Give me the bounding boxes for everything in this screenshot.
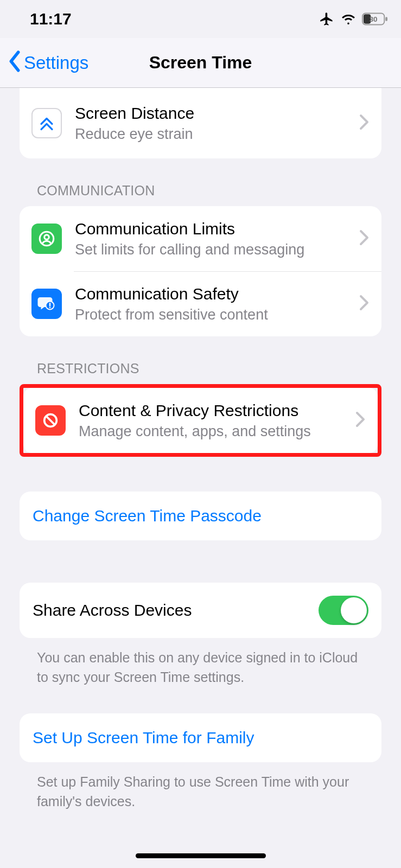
row-title: Communication Safety [75, 285, 353, 303]
settings-card: Set Up Screen Time for Family [20, 713, 381, 762]
row-screen-distance[interactable]: Screen Distance Reduce eye strain [20, 88, 381, 158]
chevron-right-icon [355, 411, 366, 430]
row-subtitle: Reduce eye strain [75, 126, 353, 143]
back-label: Settings [24, 53, 88, 73]
back-button[interactable]: Settings [8, 50, 88, 75]
settings-card: Screen Distance Reduce eye strain [20, 88, 381, 158]
communication-limits-icon [31, 224, 62, 254]
restrictions-icon [35, 405, 66, 436]
share-across-devices-toggle[interactable] [319, 596, 368, 625]
svg-point-5 [44, 235, 49, 240]
highlight-annotation: Content & Privacy Restrictions Manage co… [20, 384, 381, 457]
row-title: Content & Privacy Restrictions [79, 401, 349, 420]
status-indicators: 30 [319, 11, 388, 27]
battery-icon: 30 [362, 12, 388, 25]
wifi-icon [340, 12, 357, 25]
row-share-across-devices: Share Across Devices [20, 583, 381, 638]
row-communication-limits[interactable]: Communication Limits Set limits for call… [20, 206, 381, 271]
row-setup-family[interactable]: Set Up Screen Time for Family [20, 713, 381, 762]
status-bar: 11:17 30 [0, 0, 401, 38]
row-content-privacy-restrictions[interactable]: Content & Privacy Restrictions Manage co… [23, 388, 378, 453]
svg-line-10 [46, 416, 55, 425]
chevron-left-icon [8, 50, 22, 75]
row-subtitle: Protect from sensitive content [75, 307, 353, 323]
settings-card: Change Screen Time Passcode [20, 492, 381, 540]
row-communication-safety[interactable]: Communication Safety Protect from sensit… [20, 271, 381, 336]
chevron-right-icon [359, 295, 370, 313]
page-title: Screen Time [149, 53, 252, 73]
section-header-restrictions: RESTRICTIONS [37, 361, 381, 376]
home-indicator[interactable] [136, 853, 266, 858]
row-subtitle: Set limits for calling and messaging [75, 241, 353, 258]
communication-safety-icon [31, 289, 62, 319]
row-title: Set Up Screen Time for Family [33, 729, 254, 747]
section-footer: Set up Family Sharing to use Screen Time… [37, 772, 364, 812]
svg-text:30: 30 [370, 15, 378, 23]
navigation-bar: Settings Screen Time [0, 38, 401, 88]
row-title: Communication Limits [75, 220, 353, 238]
svg-point-8 [49, 307, 51, 308]
airplane-mode-icon [319, 11, 335, 27]
chevron-right-icon [359, 114, 370, 132]
screen-distance-icon [31, 108, 62, 138]
row-title: Share Across Devices [33, 601, 319, 620]
chevron-right-icon [359, 229, 370, 248]
row-title: Screen Distance [75, 104, 353, 123]
svg-rect-1 [385, 17, 387, 21]
settings-card: Content & Privacy Restrictions Manage co… [23, 388, 378, 453]
row-change-passcode[interactable]: Change Screen Time Passcode [20, 492, 381, 540]
section-header-communication: COMMUNICATION [37, 183, 381, 199]
status-time: 11:17 [30, 10, 72, 28]
settings-card: Share Across Devices [20, 583, 381, 638]
row-title: Change Screen Time Passcode [33, 507, 262, 525]
row-subtitle: Manage content, apps, and settings [79, 423, 349, 440]
section-footer: You can enable this on any device signed… [37, 648, 364, 687]
settings-card: Communication Limits Set limits for call… [20, 206, 381, 336]
